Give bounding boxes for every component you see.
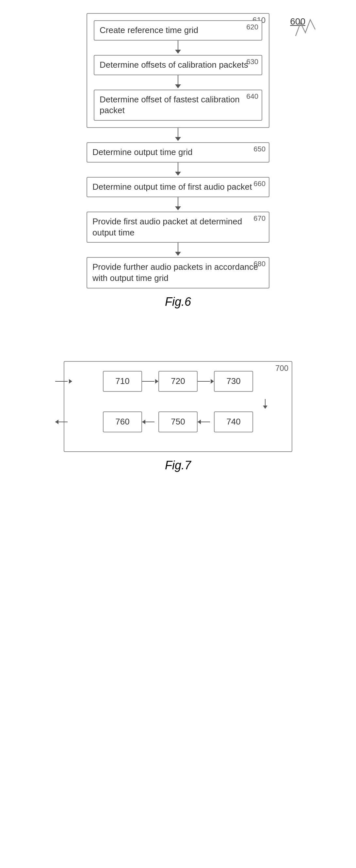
- box-700: 700 710 720 730: [64, 361, 292, 452]
- label-670: 670: [253, 214, 265, 223]
- arrow-710-720: [142, 378, 158, 384]
- fig7-row-1: 710 720 730: [72, 371, 284, 392]
- box-760: 760: [103, 411, 142, 432]
- label-620: 620: [246, 23, 258, 31]
- label-660: 660: [253, 180, 265, 188]
- label-650: 650: [253, 145, 265, 153]
- fig6-label: Fig.6: [31, 295, 325, 309]
- text-620: Create reference time grid: [100, 25, 256, 36]
- label-680: 680: [253, 260, 265, 268]
- arrow-650-660: [86, 162, 270, 177]
- arrow-750-760: [142, 418, 158, 425]
- arrow-730-740-connector: [72, 399, 284, 409]
- arrow-670-680: [86, 243, 270, 257]
- text-630: Determine offsets of calibration packets: [100, 60, 256, 71]
- exit-arrow: [55, 418, 72, 425]
- box-630: 630 Determine offsets of calibration pac…: [94, 55, 262, 75]
- zigzag-icon: [292, 17, 318, 40]
- arrow-620-630: [94, 40, 262, 55]
- text-640: Determine offset of fastest calibration …: [100, 94, 256, 117]
- entry-arrow: [55, 378, 72, 384]
- box-640: 640 Determine offset of fastest calibrat…: [94, 90, 262, 121]
- fig6-container: 600 610 620 Create reference time grid 6…: [31, 13, 325, 328]
- text-660: Determine output time of first audio pac…: [93, 182, 263, 193]
- box-710: 710: [103, 371, 142, 392]
- arrow-720-730: [198, 378, 214, 384]
- box-620: 620 Create reference time grid: [94, 20, 262, 40]
- arrow-660-670: [86, 197, 270, 212]
- box-730: 730: [214, 371, 253, 392]
- arrow-630-640: [94, 75, 262, 90]
- arrow-740-750: [198, 418, 214, 425]
- fig7-label: Fig.7: [47, 459, 309, 472]
- arrow-640-650: [86, 128, 270, 142]
- box-720: 720: [158, 371, 198, 392]
- outer-flow-section: 650 Determine output time grid 660 Deter…: [86, 128, 270, 288]
- arrow-730-740: [263, 399, 268, 409]
- text-680: Provide further audio packets in accorda…: [93, 261, 263, 284]
- fig7-container: 700 710 720 730: [47, 361, 309, 472]
- fig7-row-2: 760 750 740: [72, 411, 284, 432]
- box-660: 660 Determine output time of first audio…: [86, 177, 270, 197]
- box-750: 750: [158, 411, 198, 432]
- text-650: Determine output time grid: [93, 147, 263, 158]
- box-680: 680 Provide further audio packets in acc…: [86, 257, 270, 288]
- box-740: 740: [214, 411, 253, 432]
- text-670: Provide first audio packet at determined…: [93, 216, 263, 239]
- label-630: 630: [246, 58, 258, 66]
- fig7-rows-container: 710 720 730: [72, 371, 284, 432]
- box-650: 650 Determine output time grid: [86, 142, 270, 162]
- box-670: 670 Provide first audio packet at determ…: [86, 212, 270, 243]
- page-container: 600 610 620 Create reference time grid 6…: [0, 0, 356, 485]
- label-640: 640: [246, 92, 258, 101]
- box-610: 610 620 Create reference time grid 630 D…: [86, 13, 270, 128]
